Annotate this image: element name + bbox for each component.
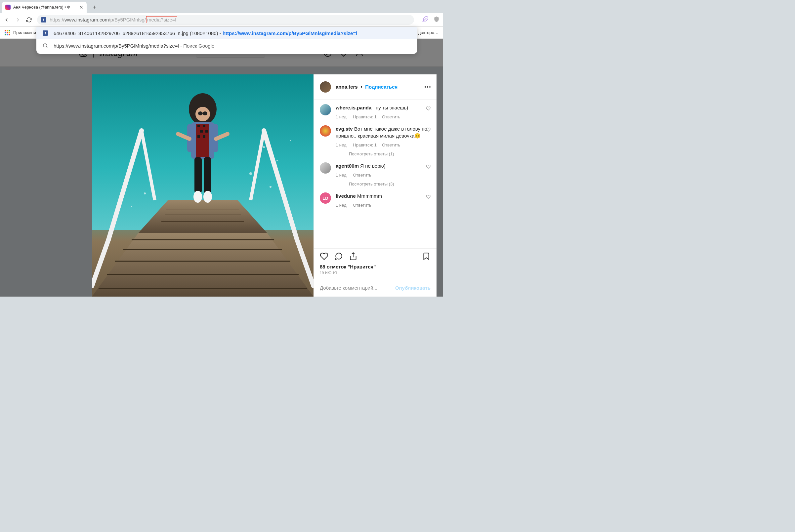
apps-icon[interactable] (5, 30, 10, 35)
svg-point-51 (43, 44, 47, 47)
share-button[interactable] (349, 252, 358, 261)
svg-rect-39 (200, 130, 203, 133)
svg-rect-40 (205, 130, 208, 133)
url-highlight: media?size=l (146, 16, 177, 23)
reload-button[interactable] (26, 17, 33, 23)
comment-item: where.is.panda_ ну ты знаешь) 1 нед.Нрав… (320, 104, 431, 119)
close-tab-icon[interactable]: ✕ (79, 5, 83, 10)
post-date: 19 июня (314, 269, 437, 279)
suggestion-item[interactable]: f 64678406_314061142829706_6289261816592… (36, 27, 417, 39)
svg-rect-38 (203, 125, 205, 127)
svg-point-34 (203, 111, 207, 115)
suggestion-item[interactable]: https://www.instagram.com/p/By5PGlMnlsg/… (36, 39, 417, 52)
follow-button[interactable]: Подписаться (365, 84, 398, 90)
svg-point-11 (269, 186, 271, 188)
svg-rect-42 (203, 135, 205, 138)
comment-item: evg.stv Вот мне такое даже в голову не п… (320, 125, 431, 156)
add-comment-form: Опубликовать (314, 279, 437, 297)
comments-list[interactable]: where.is.panda_ ну ты знаешь) 1 нед.Нрав… (314, 99, 437, 248)
svg-rect-47 (194, 157, 202, 193)
tab-title: Аня Чернова (@anna.ters) • Ф (13, 5, 77, 10)
commenter-username[interactable]: evg.stv (336, 126, 353, 132)
back-button[interactable] (3, 17, 10, 23)
svg-point-33 (198, 111, 203, 115)
svg-point-50 (203, 191, 212, 203)
address-bar[interactable]: f https://www.instagram.com/p/By5PGlMnls… (37, 15, 414, 25)
commenter-avatar[interactable] (320, 162, 331, 174)
svg-point-12 (144, 192, 146, 194)
commenter-avatar[interactable] (320, 125, 331, 136)
view-replies-button[interactable]: Посмотреть ответы (1) (336, 151, 431, 156)
search-icon (42, 43, 48, 49)
facebook-icon: f (43, 31, 48, 36)
author-username[interactable]: anna.ters (336, 84, 358, 90)
url-text: https://www.instagram.com/p/By5PGlMnlsg/… (50, 16, 177, 23)
bookmark-apps[interactable]: Приложени (13, 30, 36, 35)
comment-button[interactable] (334, 252, 343, 261)
post-sidebar: anna.ters • Подписаться where.is.panda_ … (314, 74, 437, 297)
forward-button[interactable] (15, 17, 21, 23)
like-button[interactable] (320, 252, 328, 261)
shield-icon[interactable] (433, 16, 440, 24)
svg-rect-48 (204, 157, 211, 193)
svg-point-8 (277, 160, 278, 161)
likes-count[interactable]: 88 отметок "Нравится" (314, 264, 437, 269)
svg-rect-41 (197, 135, 200, 138)
instagram-favicon (5, 5, 11, 10)
svg-point-13 (131, 206, 132, 207)
browser-tab[interactable]: Аня Чернова (@anna.ters) • Ф ✕ (2, 2, 87, 13)
commenter-username[interactable]: livedune (336, 193, 356, 199)
feather-icon[interactable] (422, 16, 429, 24)
commenter-avatar[interactable] (320, 104, 331, 115)
facebook-icon: f (41, 17, 46, 22)
svg-rect-36 (196, 124, 209, 157)
comment-item: agent00m Я не верю) 1 нед.Ответить Посмо… (320, 162, 431, 187)
svg-rect-37 (197, 125, 200, 127)
svg-point-49 (193, 191, 202, 203)
tab-strip: Аня Чернова (@anna.ters) • Ф ✕ + (0, 0, 443, 13)
like-comment-icon[interactable] (426, 194, 431, 201)
bookmark-button[interactable] (422, 252, 431, 261)
new-tab-button[interactable]: + (90, 3, 99, 12)
url-suggestions: f 64678406_314061142829706_6289261816592… (36, 27, 417, 54)
svg-point-32 (195, 107, 210, 121)
svg-line-52 (46, 46, 47, 48)
commenter-avatar[interactable]: LD (320, 192, 331, 204)
like-comment-icon[interactable] (426, 127, 431, 133)
svg-point-7 (263, 146, 265, 148)
svg-point-10 (290, 140, 291, 141)
svg-point-9 (249, 172, 252, 175)
publish-button[interactable]: Опубликовать (395, 285, 431, 291)
browser-toolbar: f https://www.instagram.com/p/By5PGlMnls… (0, 13, 443, 27)
post-image[interactable] (92, 74, 314, 297)
post-actions (314, 248, 437, 264)
comment-input[interactable] (320, 285, 395, 291)
post-modal: anna.ters • Подписаться where.is.panda_ … (92, 74, 437, 297)
post-header: anna.ters • Подписаться (314, 74, 437, 99)
like-comment-icon[interactable] (426, 106, 431, 112)
view-replies-button[interactable]: Посмотреть ответы (3) (336, 182, 431, 187)
like-comment-icon[interactable] (426, 164, 431, 170)
comment-item: LD livedune Mmmmmm 1 нед.Ответить (320, 192, 431, 208)
author-avatar[interactable] (320, 81, 331, 93)
commenter-username[interactable]: agent00m (336, 163, 359, 169)
commenter-username[interactable]: where.is.panda_ (336, 105, 374, 110)
more-options-icon[interactable] (424, 86, 431, 88)
bookmark-truncated[interactable]: дакторо… (418, 29, 439, 36)
svg-marker-19 (92, 233, 314, 297)
